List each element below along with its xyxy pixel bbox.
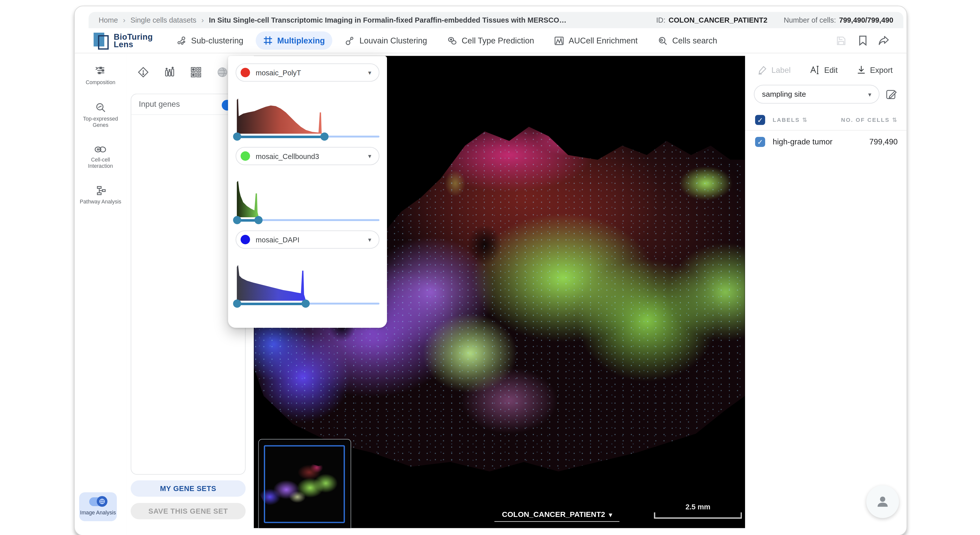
edit-text-icon [810, 65, 820, 75]
channel-color-dot [241, 68, 250, 77]
save-button[interactable] [835, 34, 848, 47]
channel-color-dot [241, 151, 250, 161]
globe-icon[interactable] [217, 67, 228, 78]
pathway-analysis-icon [95, 186, 106, 196]
bioturing-logo-icon [94, 32, 110, 49]
label-pen-icon [757, 65, 767, 75]
caret-down-icon: ▾ [368, 153, 371, 160]
aucell-enrichment-icon [554, 35, 565, 46]
channel-dapi-select[interactable]: mosaic_DAPI ▾ [236, 230, 380, 249]
multiplexing-popup: mosaic_PolyT ▾ mosaic_Cellbound3 ▾ [228, 56, 387, 328]
warning-icon[interactable] [138, 67, 149, 78]
sidebar-item-composition[interactable]: Composition [79, 67, 123, 86]
channel-polyt: mosaic_PolyT ▾ [236, 64, 380, 141]
row-checkbox[interactable]: ✓ [755, 137, 765, 147]
caret-down-icon: ▾ [368, 69, 371, 76]
breadcrumb-current-title: In Situ Single-cell Transcriptomic Imagi… [209, 16, 567, 24]
bookmark-button[interactable] [856, 34, 869, 47]
multiplexing-icon [263, 36, 273, 46]
save-gene-set-button[interactable]: SAVE THIS GENE SET [130, 503, 246, 519]
left-rail: Composition Top-expressed Genes Cell-cel… [75, 54, 127, 535]
minimap-viewport-rect[interactable] [264, 445, 345, 523]
export-download-icon [857, 65, 865, 75]
user-avatar-button[interactable] [866, 486, 899, 518]
app-window: Home › Single cells datasets › In Situ S… [74, 6, 907, 535]
nav-multiplexing[interactable]: Multiplexing [256, 32, 332, 50]
cell-type-prediction-icon [447, 35, 457, 46]
caret-down-icon: ▾ [609, 511, 612, 518]
scale-bar: 2.5 mm [654, 503, 742, 519]
slider-handle-max[interactable] [254, 216, 262, 224]
labels-table-header: ✓ LABELS ⇅ NO. OF CELLS ⇅ [745, 104, 907, 131]
channel-dapi: mosaic_DAPI ▾ [236, 230, 380, 308]
bioturing-logo-text: BioTuringLens [114, 33, 153, 48]
label-group-select[interactable]: sampling site ▾ [754, 85, 880, 104]
edit-button[interactable]: Edit [810, 65, 837, 75]
caret-down-icon: ▾ [868, 90, 872, 98]
label-button[interactable]: Label [757, 65, 791, 75]
labels-column-header[interactable]: LABELS ⇅ [773, 117, 808, 123]
nav-louvain-clustering[interactable]: Louvain Clustering [337, 31, 435, 50]
channel-cellbound3-select[interactable]: mosaic_Cellbound3 ▾ [236, 147, 380, 165]
cell-cell-interaction-icon [94, 144, 107, 154]
slider-handle-max[interactable] [320, 133, 329, 141]
sample-selector[interactable]: COLON_CANCER_PATIENT2 ▾ [495, 510, 620, 522]
channel-polyt-range-slider[interactable] [236, 132, 380, 141]
channel-cellbound3-histogram [236, 178, 380, 217]
sidebar-item-cell-cell-interaction[interactable]: Cell-cell Interaction [79, 144, 123, 169]
louvain-clustering-icon [345, 35, 355, 46]
share-button[interactable] [878, 34, 890, 47]
channel-color-dot [241, 235, 250, 244]
top-navbar: BioTuringLens Sub-clustering Multiplexin… [75, 29, 907, 54]
breadcrumb: Home › Single cells datasets › In Situ S… [89, 12, 904, 29]
breadcrumb-home[interactable]: Home [99, 16, 118, 24]
channel-cellbound3-range-slider[interactable] [236, 216, 380, 225]
label-row-high-grade-tumor[interactable]: ✓ high-grade tumor 799,490 [745, 130, 907, 153]
sidebar-item-image-analysis[interactable]: Image Analysis [79, 492, 117, 521]
scale-bar-line [654, 513, 742, 519]
cells-column-header[interactable]: NO. OF CELLS ⇅ [841, 117, 897, 123]
save-icon [835, 35, 847, 46]
cells-search-icon [658, 35, 668, 46]
slider-handle-max[interactable] [302, 300, 310, 308]
sort-icon[interactable]: ⇅ [802, 117, 808, 123]
person-icon [875, 494, 891, 510]
nav-aucell-enrichment[interactable]: AUCell Enrichment [547, 31, 645, 50]
bar-chart-icon[interactable] [164, 67, 175, 78]
scale-bar-text: 2.5 mm [654, 503, 742, 511]
channel-dapi-histogram [236, 262, 380, 301]
bookmark-icon [858, 35, 867, 46]
composition-icon [95, 67, 106, 76]
image-analysis-toggle[interactable] [89, 497, 107, 506]
grid-matrix-icon[interactable] [191, 67, 202, 78]
slider-handle-min[interactable] [233, 133, 242, 141]
channel-polyt-select[interactable]: mosaic_PolyT ▾ [236, 64, 380, 82]
channel-polyt-histogram [236, 95, 380, 134]
share-icon [878, 35, 889, 46]
sort-icon[interactable]: ⇅ [892, 117, 898, 123]
export-button[interactable]: Export [857, 65, 893, 75]
slider-handle-min[interactable] [233, 216, 242, 224]
breadcrumb-separator-icon: › [123, 16, 126, 25]
nav-sub-clustering[interactable]: Sub-clustering [169, 31, 251, 50]
sub-clustering-icon [177, 35, 187, 46]
breadcrumb-datasets[interactable]: Single cells datasets [130, 16, 196, 24]
caret-down-icon: ▾ [368, 236, 371, 243]
labels-panel: Label Edit Export sampling site ▾ [745, 54, 907, 535]
sidebar-item-pathway-analysis[interactable]: Pathway Analysis [79, 186, 123, 205]
channel-cellbound3: mosaic_Cellbound3 ▾ [236, 147, 380, 225]
edit-square-icon[interactable] [886, 88, 898, 100]
minimap[interactable] [258, 439, 351, 528]
nav-cells-search[interactable]: Cells search [650, 31, 725, 50]
channel-dapi-range-slider[interactable] [236, 299, 380, 308]
dataset-id: ID:COLON_CANCER_PATIENT2 [656, 16, 767, 24]
cell-count: Number of cells:799,490/799,490 [784, 16, 893, 24]
top-expressed-genes-icon [95, 102, 106, 113]
bioturing-logo[interactable]: BioTuringLens [94, 32, 153, 49]
sidebar-item-top-expressed-genes[interactable]: Top-expressed Genes [79, 102, 123, 129]
image-analysis-toggle-knob [97, 496, 108, 506]
nav-cell-type-prediction[interactable]: Cell Type Prediction [440, 31, 542, 50]
my-gene-sets-button[interactable]: MY GENE SETS [130, 481, 246, 497]
select-all-checkbox[interactable]: ✓ [755, 115, 765, 125]
slider-handle-min[interactable] [233, 300, 242, 308]
